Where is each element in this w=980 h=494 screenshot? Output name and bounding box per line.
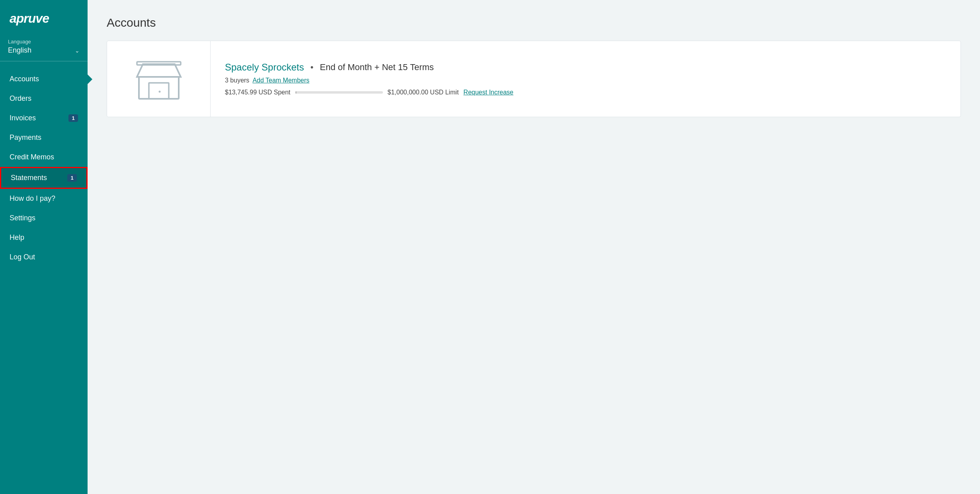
language-value[interactable]: English ⌄ [8,46,80,55]
svg-rect-1 [149,83,169,99]
account-card: Spacely Sprockets • End of Month + Net 1… [107,41,961,117]
add-team-members-link[interactable]: Add Team Members [252,77,309,84]
account-info: Spacely Sprockets • End of Month + Net 1… [211,49,960,109]
buyers-count: 3 buyers [225,77,249,84]
language-selector[interactable]: Language English ⌄ [0,35,88,61]
sidebar-item-statements[interactable]: Statements 1 [0,167,88,189]
account-name[interactable]: Spacely Sprockets [225,62,304,73]
account-icon-area [107,41,211,117]
sidebar-item-orders[interactable]: Orders [0,89,88,108]
app-logo: apruve [0,0,88,35]
sidebar-item-invoices[interactable]: Invoices 1 [0,108,88,128]
account-terms: End of Month + Net 15 Terms [320,62,433,73]
svg-rect-0 [139,77,179,99]
account-dot: • [310,62,314,73]
sidebar-item-accounts[interactable]: Accounts [0,69,88,89]
main-content: Accounts Spacely Sprockets • End of Mont… [88,0,980,494]
sidebar-item-how-do-i-pay[interactable]: How do I pay? [0,189,88,208]
sidebar-nav: Accounts Orders Invoices 1 Payments Cred… [0,66,88,494]
sidebar-item-help[interactable]: Help [0,228,88,247]
sidebar-item-payments[interactable]: Payments [0,128,88,147]
request-increase-link[interactable]: Request Increase [463,89,513,96]
account-name-row: Spacely Sprockets • End of Month + Net 1… [225,62,946,73]
sidebar-item-settings[interactable]: Settings [0,208,88,228]
credit-bar [295,91,383,94]
credit-bar-fill [295,91,297,94]
account-credit-row: $13,745.99 USD Spent $1,000,000.00 USD L… [225,89,946,96]
accounts-arrow-icon [88,74,92,84]
chevron-down-icon: ⌄ [75,47,80,54]
credit-spent: $13,745.99 USD Spent [225,89,291,96]
sidebar: apruve Language English ⌄ Accounts Order… [0,0,88,494]
sidebar-item-log-out[interactable]: Log Out [0,247,88,267]
language-label: Language [8,39,80,45]
statements-badge: 1 [67,174,77,182]
svg-point-3 [158,91,160,93]
store-icon [135,57,183,101]
invoices-badge: 1 [68,114,78,122]
page-title: Accounts [107,16,961,29]
credit-limit: $1,000,000.00 USD Limit [388,89,459,96]
account-buyers-row: 3 buyers Add Team Members [225,77,946,84]
sidebar-item-credit-memos[interactable]: Credit Memos [0,147,88,167]
